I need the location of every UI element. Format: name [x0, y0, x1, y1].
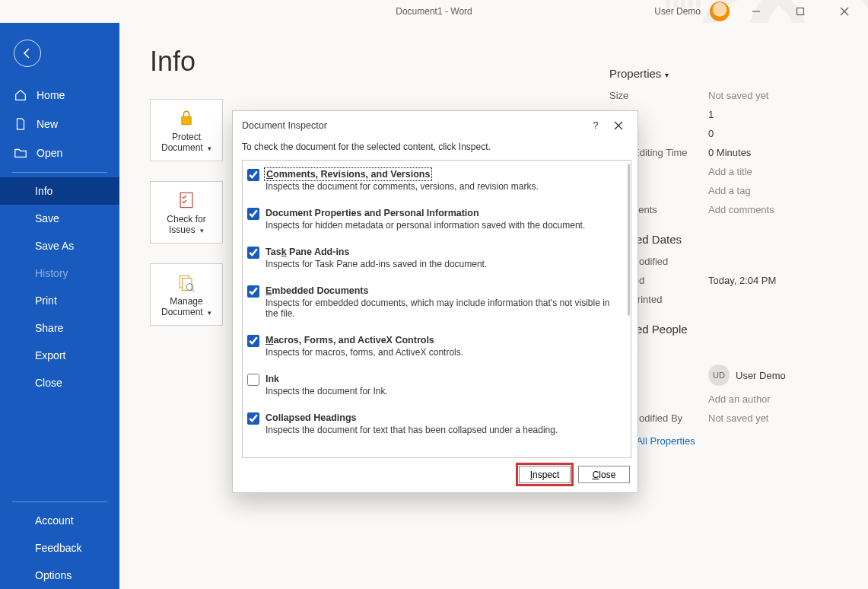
- inspector-item-title: Document Properties and Personal Informa…: [265, 208, 479, 218]
- inspector-list: Comments, Revisions, and VersionsInspect…: [242, 160, 631, 458]
- inspector-item: Task Pane Add-insInspects for Task Pane …: [243, 238, 626, 277]
- manage-icon: [176, 272, 197, 293]
- property-row: Last Printed: [609, 290, 838, 309]
- sidebar-item-label: Open: [37, 147, 62, 159]
- maximize-button[interactable]: [783, 0, 818, 23]
- properties-panel: Properties ▾ SizeNot saved yetPages1Word…: [609, 67, 838, 447]
- inspector-item: Comments, Revisions, and VersionsInspect…: [243, 161, 626, 199]
- checklist-icon: [176, 189, 197, 211]
- open-icon: [14, 146, 27, 160]
- sidebar-item-label: Options: [35, 569, 72, 581]
- close-button[interactable]: Close: [578, 466, 630, 483]
- sidebar-item-save[interactable]: Save: [0, 205, 119, 232]
- lock-icon: [176, 107, 197, 129]
- sidebar-item-label: Print: [35, 294, 57, 307]
- titlebar: Document1 - Word User Demo: [0, 0, 868, 23]
- inspector-item-desc: Inspects for embedded documents, which m…: [265, 298, 622, 319]
- close-window-button[interactable]: [827, 0, 862, 23]
- property-row: CreatedToday, 2:04 PM: [609, 271, 838, 290]
- inspector-item: Document Properties and Personal Informa…: [243, 199, 626, 238]
- sidebar-item-new[interactable]: New: [0, 110, 119, 138]
- inspector-checkbox[interactable]: [247, 208, 259, 220]
- property-row: Last Modified: [609, 252, 838, 271]
- inspector-item-title: Task Pane Add-ins: [265, 247, 349, 257]
- avatar[interactable]: [710, 2, 730, 21]
- svg-rect-1: [797, 8, 804, 15]
- sidebar-item-label: Save As: [35, 240, 74, 252]
- dialog-title: Document Inspector: [242, 120, 327, 131]
- sidebar-item-label: Info: [35, 185, 52, 197]
- sidebar-item-open[interactable]: Open: [0, 138, 119, 167]
- inspector-item: Embedded DocumentsInspects for embedded …: [243, 277, 626, 326]
- home-icon: [14, 88, 27, 102]
- sidebar-item-label: New: [37, 118, 58, 130]
- author-name: User Demo: [736, 370, 786, 381]
- inspector-item-title: Comments, Revisions, and Versions: [265, 169, 431, 180]
- user-name[interactable]: User Demo: [654, 6, 701, 17]
- backstage-sidebar: Home New Open Info Save Save As History …: [0, 23, 119, 589]
- property-row: TagsAdd a tag: [609, 181, 838, 200]
- inspector-checkbox[interactable]: [247, 412, 259, 425]
- close-icon: [614, 121, 623, 130]
- inspector-checkbox[interactable]: [247, 335, 259, 347]
- inspector-checkbox[interactable]: [247, 285, 259, 298]
- chevron-down-icon: ▾: [208, 309, 211, 317]
- inspector-item-title: Macros, Forms, and ActiveX Controls: [265, 335, 434, 345]
- properties-heading[interactable]: Properties ▾: [609, 67, 838, 80]
- related-people-heading: Related People: [609, 323, 838, 336]
- dialog-close-button[interactable]: [607, 117, 630, 134]
- inspector-item-desc: Inspects for Task Pane add-ins saved in …: [265, 259, 487, 269]
- chevron-down-icon: ▾: [200, 227, 204, 234]
- sidebar-item-account[interactable]: Account: [0, 507, 119, 534]
- sidebar-item-label: Feedback: [35, 542, 81, 554]
- inspector-item-desc: Inspects for macros, forms, and ActiveX …: [265, 347, 463, 358]
- sidebar-item-close[interactable]: Close: [0, 369, 119, 396]
- sidebar-item-label: Export: [35, 349, 65, 361]
- sidebar-item-label: Home: [37, 89, 65, 101]
- inspector-item: Collapsed HeadingsInspects the document …: [243, 404, 626, 443]
- sidebar-item-label: Close: [35, 377, 62, 389]
- property-row: SizeNot saved yet: [609, 86, 838, 105]
- property-row: CommentsAdd comments: [609, 200, 838, 219]
- inspector-checkbox[interactable]: [247, 247, 259, 259]
- svg-line-9: [192, 288, 195, 291]
- sidebar-item-export[interactable]: Export: [0, 342, 119, 369]
- inspector-item-desc: Inspects the document for Ink.: [265, 386, 388, 396]
- sidebar-item-feedback[interactable]: Feedback: [0, 534, 119, 562]
- inspector-item-desc: Inspects the document for comments, vers…: [265, 181, 539, 192]
- inspector-item: Macros, Forms, and ActiveX ControlsInspe…: [243, 326, 626, 365]
- sidebar-item-label: Save: [35, 212, 59, 224]
- scrollbar[interactable]: [628, 164, 630, 316]
- sidebar-item-history: History: [0, 259, 119, 287]
- property-row: Total Editing Time0 Minutes: [609, 143, 838, 162]
- back-button[interactable]: [14, 40, 41, 67]
- sidebar-item-options[interactable]: Options: [0, 562, 119, 589]
- sidebar-item-home[interactable]: Home: [0, 81, 119, 110]
- inspect-button[interactable]: Inspect: [519, 466, 571, 483]
- document-inspector-dialog: Document Inspector ? To check the docume…: [232, 110, 638, 493]
- svg-rect-4: [182, 116, 191, 125]
- check-for-issues-tile[interactable]: Check forIssues ▾: [150, 181, 223, 244]
- window-title: Document1 - Word: [396, 6, 472, 17]
- help-button[interactable]: ?: [584, 117, 607, 134]
- sidebar-item-info[interactable]: Info: [0, 177, 119, 205]
- inspector-checkbox[interactable]: [247, 169, 259, 181]
- minimize-button[interactable]: [739, 0, 774, 23]
- sidebar-item-label: Account: [35, 514, 74, 527]
- manage-document-tile[interactable]: ManageDocument ▾: [150, 263, 223, 326]
- protect-document-tile[interactable]: ProtectDocument ▾: [150, 99, 223, 161]
- sidebar-item-share[interactable]: Share: [0, 314, 119, 342]
- new-icon: [14, 117, 27, 131]
- inspector-item-title: Collapsed Headings: [265, 412, 356, 423]
- inspector-item-desc: Inspects for hidden metadata or personal…: [265, 220, 585, 231]
- add-author[interactable]: Add an author: [708, 393, 771, 405]
- property-row: TitleAdd a title: [609, 162, 838, 181]
- sidebar-item-print[interactable]: Print: [0, 287, 119, 314]
- property-row: Words0: [609, 124, 838, 143]
- dialog-intro: To check the document for the selected c…: [233, 138, 637, 160]
- show-all-properties-link[interactable]: Show All Properties: [609, 435, 838, 447]
- inspector-checkbox[interactable]: [247, 374, 259, 386]
- chevron-down-icon: ▾: [208, 145, 211, 152]
- sidebar-item-saveas[interactable]: Save As: [0, 232, 119, 259]
- related-dates-heading: Related Dates: [609, 233, 838, 246]
